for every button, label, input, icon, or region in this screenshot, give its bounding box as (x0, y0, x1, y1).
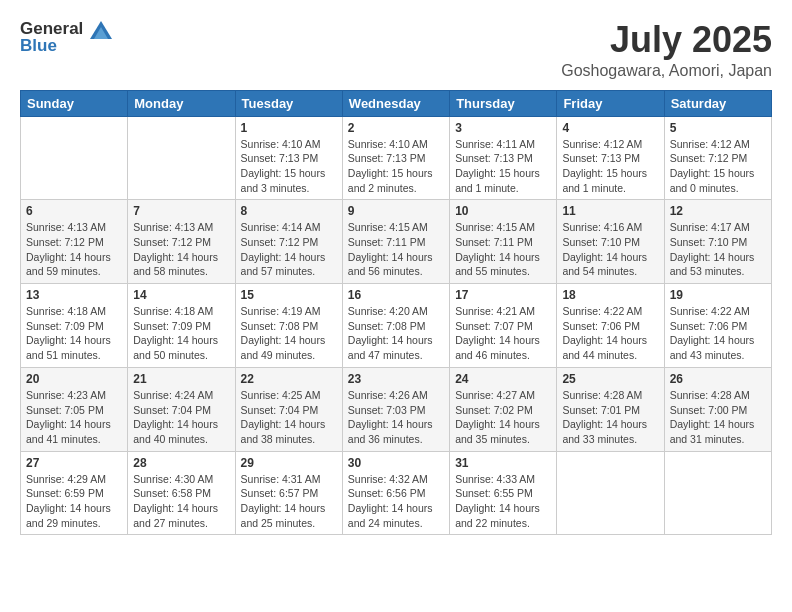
day-number: 3 (455, 121, 551, 135)
calendar-cell: 21Sunrise: 4:24 AM Sunset: 7:04 PM Dayli… (128, 367, 235, 451)
logo-blue: Blue (20, 37, 112, 56)
day-number: 6 (26, 204, 122, 218)
day-number: 10 (455, 204, 551, 218)
day-detail: Sunrise: 4:17 AM Sunset: 7:10 PM Dayligh… (670, 220, 766, 279)
day-detail: Sunrise: 4:11 AM Sunset: 7:13 PM Dayligh… (455, 137, 551, 196)
day-number: 28 (133, 456, 229, 470)
day-detail: Sunrise: 4:10 AM Sunset: 7:13 PM Dayligh… (241, 137, 337, 196)
day-number: 13 (26, 288, 122, 302)
day-number: 29 (241, 456, 337, 470)
day-detail: Sunrise: 4:18 AM Sunset: 7:09 PM Dayligh… (133, 304, 229, 363)
day-number: 19 (670, 288, 766, 302)
calendar-cell: 20Sunrise: 4:23 AM Sunset: 7:05 PM Dayli… (21, 367, 128, 451)
calendar-cell: 3Sunrise: 4:11 AM Sunset: 7:13 PM Daylig… (450, 116, 557, 200)
title-section: July 2025 Goshogawara, Aomori, Japan (561, 20, 772, 80)
calendar-cell: 4Sunrise: 4:12 AM Sunset: 7:13 PM Daylig… (557, 116, 664, 200)
calendar-cell: 19Sunrise: 4:22 AM Sunset: 7:06 PM Dayli… (664, 284, 771, 368)
weekday-header-thursday: Thursday (450, 90, 557, 116)
day-detail: Sunrise: 4:30 AM Sunset: 6:58 PM Dayligh… (133, 472, 229, 531)
day-detail: Sunrise: 4:12 AM Sunset: 7:12 PM Dayligh… (670, 137, 766, 196)
calendar-cell: 8Sunrise: 4:14 AM Sunset: 7:12 PM Daylig… (235, 200, 342, 284)
day-detail: Sunrise: 4:18 AM Sunset: 7:09 PM Dayligh… (26, 304, 122, 363)
calendar-cell: 14Sunrise: 4:18 AM Sunset: 7:09 PM Dayli… (128, 284, 235, 368)
calendar-cell: 31Sunrise: 4:33 AM Sunset: 6:55 PM Dayli… (450, 451, 557, 535)
day-number: 9 (348, 204, 444, 218)
calendar-cell (128, 116, 235, 200)
day-detail: Sunrise: 4:14 AM Sunset: 7:12 PM Dayligh… (241, 220, 337, 279)
day-number: 22 (241, 372, 337, 386)
calendar-table: SundayMondayTuesdayWednesdayThursdayFrid… (20, 90, 772, 536)
day-number: 25 (562, 372, 658, 386)
day-detail: Sunrise: 4:21 AM Sunset: 7:07 PM Dayligh… (455, 304, 551, 363)
month-title: July 2025 (561, 20, 772, 60)
day-detail: Sunrise: 4:31 AM Sunset: 6:57 PM Dayligh… (241, 472, 337, 531)
day-number: 11 (562, 204, 658, 218)
calendar-cell: 10Sunrise: 4:15 AM Sunset: 7:11 PM Dayli… (450, 200, 557, 284)
day-detail: Sunrise: 4:13 AM Sunset: 7:12 PM Dayligh… (26, 220, 122, 279)
day-number: 5 (670, 121, 766, 135)
day-detail: Sunrise: 4:27 AM Sunset: 7:02 PM Dayligh… (455, 388, 551, 447)
calendar-cell: 9Sunrise: 4:15 AM Sunset: 7:11 PM Daylig… (342, 200, 449, 284)
day-detail: Sunrise: 4:28 AM Sunset: 7:01 PM Dayligh… (562, 388, 658, 447)
day-number: 21 (133, 372, 229, 386)
day-number: 12 (670, 204, 766, 218)
calendar-cell: 22Sunrise: 4:25 AM Sunset: 7:04 PM Dayli… (235, 367, 342, 451)
calendar-cell: 16Sunrise: 4:20 AM Sunset: 7:08 PM Dayli… (342, 284, 449, 368)
location-title: Goshogawara, Aomori, Japan (561, 62, 772, 80)
calendar-week-row: 1Sunrise: 4:10 AM Sunset: 7:13 PM Daylig… (21, 116, 772, 200)
calendar-week-row: 6Sunrise: 4:13 AM Sunset: 7:12 PM Daylig… (21, 200, 772, 284)
day-number: 7 (133, 204, 229, 218)
day-detail: Sunrise: 4:22 AM Sunset: 7:06 PM Dayligh… (670, 304, 766, 363)
calendar-cell: 5Sunrise: 4:12 AM Sunset: 7:12 PM Daylig… (664, 116, 771, 200)
calendar-cell: 1Sunrise: 4:10 AM Sunset: 7:13 PM Daylig… (235, 116, 342, 200)
calendar-cell: 23Sunrise: 4:26 AM Sunset: 7:03 PM Dayli… (342, 367, 449, 451)
calendar-cell: 12Sunrise: 4:17 AM Sunset: 7:10 PM Dayli… (664, 200, 771, 284)
calendar-cell: 17Sunrise: 4:21 AM Sunset: 7:07 PM Dayli… (450, 284, 557, 368)
day-detail: Sunrise: 4:25 AM Sunset: 7:04 PM Dayligh… (241, 388, 337, 447)
day-number: 16 (348, 288, 444, 302)
day-detail: Sunrise: 4:10 AM Sunset: 7:13 PM Dayligh… (348, 137, 444, 196)
day-number: 31 (455, 456, 551, 470)
calendar-cell (664, 451, 771, 535)
day-number: 17 (455, 288, 551, 302)
day-detail: Sunrise: 4:28 AM Sunset: 7:00 PM Dayligh… (670, 388, 766, 447)
logo: General Blue (20, 20, 112, 55)
calendar-header-row: SundayMondayTuesdayWednesdayThursdayFrid… (21, 90, 772, 116)
day-detail: Sunrise: 4:12 AM Sunset: 7:13 PM Dayligh… (562, 137, 658, 196)
day-number: 24 (455, 372, 551, 386)
calendar-cell: 29Sunrise: 4:31 AM Sunset: 6:57 PM Dayli… (235, 451, 342, 535)
calendar-week-row: 20Sunrise: 4:23 AM Sunset: 7:05 PM Dayli… (21, 367, 772, 451)
day-detail: Sunrise: 4:22 AM Sunset: 7:06 PM Dayligh… (562, 304, 658, 363)
day-number: 2 (348, 121, 444, 135)
calendar-cell: 6Sunrise: 4:13 AM Sunset: 7:12 PM Daylig… (21, 200, 128, 284)
day-detail: Sunrise: 4:20 AM Sunset: 7:08 PM Dayligh… (348, 304, 444, 363)
day-number: 26 (670, 372, 766, 386)
day-number: 1 (241, 121, 337, 135)
page-header: General Blue July 2025 Goshogawara, Aomo… (20, 20, 772, 80)
day-detail: Sunrise: 4:26 AM Sunset: 7:03 PM Dayligh… (348, 388, 444, 447)
calendar-cell: 28Sunrise: 4:30 AM Sunset: 6:58 PM Dayli… (128, 451, 235, 535)
day-number: 18 (562, 288, 658, 302)
weekday-header-sunday: Sunday (21, 90, 128, 116)
calendar-cell: 11Sunrise: 4:16 AM Sunset: 7:10 PM Dayli… (557, 200, 664, 284)
day-detail: Sunrise: 4:29 AM Sunset: 6:59 PM Dayligh… (26, 472, 122, 531)
calendar-cell (21, 116, 128, 200)
day-detail: Sunrise: 4:33 AM Sunset: 6:55 PM Dayligh… (455, 472, 551, 531)
calendar-cell: 24Sunrise: 4:27 AM Sunset: 7:02 PM Dayli… (450, 367, 557, 451)
day-detail: Sunrise: 4:15 AM Sunset: 7:11 PM Dayligh… (455, 220, 551, 279)
calendar-cell: 26Sunrise: 4:28 AM Sunset: 7:00 PM Dayli… (664, 367, 771, 451)
calendar-cell: 30Sunrise: 4:32 AM Sunset: 6:56 PM Dayli… (342, 451, 449, 535)
day-detail: Sunrise: 4:19 AM Sunset: 7:08 PM Dayligh… (241, 304, 337, 363)
calendar-cell: 25Sunrise: 4:28 AM Sunset: 7:01 PM Dayli… (557, 367, 664, 451)
calendar-week-row: 27Sunrise: 4:29 AM Sunset: 6:59 PM Dayli… (21, 451, 772, 535)
day-number: 20 (26, 372, 122, 386)
calendar-cell: 18Sunrise: 4:22 AM Sunset: 7:06 PM Dayli… (557, 284, 664, 368)
day-number: 4 (562, 121, 658, 135)
day-detail: Sunrise: 4:15 AM Sunset: 7:11 PM Dayligh… (348, 220, 444, 279)
day-number: 23 (348, 372, 444, 386)
day-number: 15 (241, 288, 337, 302)
day-detail: Sunrise: 4:16 AM Sunset: 7:10 PM Dayligh… (562, 220, 658, 279)
day-detail: Sunrise: 4:32 AM Sunset: 6:56 PM Dayligh… (348, 472, 444, 531)
calendar-cell (557, 451, 664, 535)
day-number: 8 (241, 204, 337, 218)
